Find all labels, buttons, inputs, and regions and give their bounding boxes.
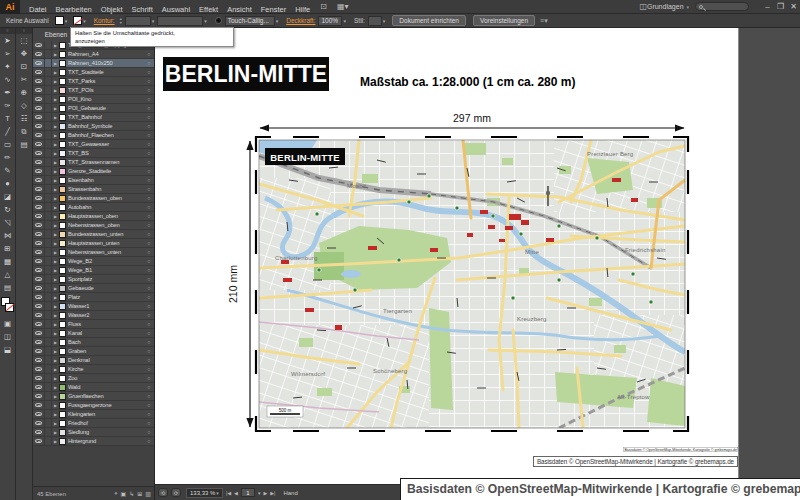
- target-circle-icon[interactable]: ○: [144, 222, 154, 228]
- lock-cell[interactable]: [45, 329, 52, 337]
- target-circle-icon[interactable]: ○: [144, 303, 154, 309]
- expand-triangle-icon[interactable]: ▶: [52, 97, 59, 102]
- target-circle-icon[interactable]: ○: [144, 78, 154, 84]
- layer-name[interactable]: Bach: [68, 339, 144, 345]
- visibility-toggle[interactable]: [33, 41, 45, 49]
- search-input[interactable]: [695, 2, 749, 11]
- expand-triangle-icon[interactable]: ▶: [52, 241, 59, 246]
- lock-cell[interactable]: [45, 194, 52, 202]
- last-artboard-icon[interactable]: ▶|: [270, 490, 275, 496]
- visibility-toggle[interactable]: [33, 77, 45, 85]
- expand-triangle-icon[interactable]: ▶: [52, 124, 59, 129]
- width-tool-icon[interactable]: ⋈: [0, 229, 15, 242]
- lock-cell[interactable]: [45, 437, 52, 445]
- style-swatch[interactable]: [368, 16, 382, 26]
- target-circle-icon[interactable]: ○: [144, 429, 154, 435]
- target-circle-icon[interactable]: ○: [144, 285, 154, 291]
- visibility-toggle[interactable]: [33, 86, 45, 94]
- expand-triangle-icon[interactable]: ▶: [52, 358, 59, 363]
- expand-triangle-icon[interactable]: ▶: [52, 376, 59, 381]
- rotate-tool-icon[interactable]: ↻: [0, 203, 15, 216]
- rectangle-tool-icon[interactable]: ▭: [0, 138, 15, 151]
- expand-triangle-icon[interactable]: ▶: [52, 70, 59, 75]
- screen-mode-icon[interactable]: ◫: [0, 330, 15, 343]
- expand-triangle-icon[interactable]: ▶: [52, 439, 59, 444]
- layer-name[interactable]: Siedlung: [68, 429, 144, 435]
- lock-cell[interactable]: [45, 347, 52, 355]
- document-canvas[interactable]: BERLIN-MITTE Maßstab ca. 1:28.000 (1 cm …: [155, 28, 800, 484]
- layer-row-Grenze_Stadtteile[interactable]: ▶Grenze_Stadtteile○: [33, 167, 154, 176]
- scale-tool-icon[interactable]: ◹: [0, 216, 15, 229]
- shaper-tool-icon[interactable]: ◇: [16, 99, 32, 112]
- expand-triangle-icon[interactable]: ▶: [52, 61, 59, 66]
- lock-cell[interactable]: [45, 230, 52, 238]
- target-circle-icon[interactable]: ○: [144, 357, 154, 363]
- target-circle-icon[interactable]: ○: [144, 213, 154, 219]
- add-anchor-tool-icon[interactable]: ⊕: [16, 86, 32, 99]
- expand-triangle-icon[interactable]: ▶: [52, 52, 59, 57]
- direct-selection-tool-icon[interactable]: ➢: [0, 47, 15, 60]
- lock-cell[interactable]: [45, 320, 52, 328]
- perspective-grid-tool-icon[interactable]: △: [0, 268, 15, 281]
- pencil-tool-icon[interactable]: ✎: [0, 164, 15, 177]
- next-artboard-icon[interactable]: ▶: [263, 490, 267, 496]
- visibility-toggle[interactable]: [33, 95, 45, 103]
- layer-name[interactable]: Wege_B1: [68, 267, 144, 273]
- visibility-toggle[interactable]: [33, 284, 45, 292]
- lock-cell[interactable]: [45, 158, 52, 166]
- target-circle-icon[interactable]: ○: [144, 195, 154, 201]
- layer-row-Wasser2[interactable]: ▶Wasser2○: [33, 311, 154, 320]
- type-tool-icon[interactable]: T: [0, 112, 15, 125]
- visibility-toggle[interactable]: [33, 122, 45, 130]
- close-button[interactable]: ✕: [787, 2, 800, 11]
- expand-triangle-icon[interactable]: ▶: [52, 223, 59, 228]
- layer-row-TXT_Stadtteile[interactable]: ▶TXT_Stadtteile○: [33, 68, 154, 77]
- opacity-field[interactable]: 100%: [318, 16, 342, 26]
- visibility-toggle[interactable]: [33, 140, 45, 148]
- layer-row-Wege_B1[interactable]: ▶Wege_B1○: [33, 266, 154, 275]
- expand-triangle-icon[interactable]: ▶: [52, 115, 59, 120]
- document-setup-button[interactable]: Dokument einrichten: [392, 15, 466, 26]
- lock-cell[interactable]: [45, 68, 52, 76]
- visibility-toggle[interactable]: [33, 230, 45, 238]
- expand-triangle-icon[interactable]: ▶: [52, 196, 59, 201]
- layer-name[interactable]: TXT_Parks: [68, 78, 144, 84]
- layer-name[interactable]: Nebenstrassen_oben: [68, 222, 144, 228]
- layer-name[interactable]: Kirche: [68, 366, 144, 372]
- chevron-down-icon[interactable]: ▾: [258, 490, 261, 496]
- layer-name[interactable]: Platz: [68, 294, 144, 300]
- layer-name[interactable]: TXT_Strassennamen: [68, 159, 144, 165]
- fill-color-swatch[interactable]: [55, 16, 64, 25]
- layer-row-Nebenstrassen_unten[interactable]: ▶Nebenstrassen_unten○: [33, 248, 154, 257]
- lasso-tool-icon[interactable]: ∿: [0, 73, 15, 86]
- layer-row-Bach[interactable]: ▶Bach○: [33, 338, 154, 347]
- make-clipping-mask-icon[interactable]: ▣: [121, 490, 127, 497]
- layer-row-TXT_Gewaesser[interactable]: ▶TXT_Gewaesser○: [33, 140, 154, 149]
- target-circle-icon[interactable]: ○: [144, 168, 154, 174]
- layer-row-POI_Gebaeude[interactable]: ▶POI_Gebaeude○: [33, 104, 154, 113]
- layer-row-Rahmen_410x250[interactable]: ▶Rahmen_410x250○: [33, 59, 154, 68]
- bridge-icon[interactable]: ⊡: [320, 2, 327, 11]
- layer-name[interactable]: Gruenflaechen: [68, 393, 144, 399]
- layer-row-Bahnhof_Symbole[interactable]: ▶Bahnhof_Symbole○: [33, 122, 154, 131]
- blob-brush-tool-icon[interactable]: ●: [0, 177, 15, 190]
- expand-triangle-icon[interactable]: ▶: [52, 394, 59, 399]
- target-circle-icon[interactable]: ○: [144, 60, 154, 66]
- expand-triangle-icon[interactable]: ▶: [52, 88, 59, 93]
- brush-dropdown[interactable]: Touch-Callig...: [225, 16, 275, 26]
- expand-triangle-icon[interactable]: ▶: [52, 250, 59, 255]
- visibility-toggle[interactable]: [33, 347, 45, 355]
- visibility-toggle[interactable]: [33, 221, 45, 229]
- visibility-toggle[interactable]: [33, 311, 45, 319]
- lock-cell[interactable]: [45, 50, 52, 58]
- layer-row-Platz[interactable]: ▶Platz○: [33, 293, 154, 302]
- visibility-toggle[interactable]: [33, 50, 45, 58]
- layer-row-Gebaeude[interactable]: ▶Gebaeude○: [33, 284, 154, 293]
- target-circle-icon[interactable]: ○: [144, 114, 154, 120]
- visibility-toggle[interactable]: [33, 329, 45, 337]
- lock-cell[interactable]: [45, 95, 52, 103]
- visibility-toggle[interactable]: [33, 410, 45, 418]
- layer-row-Kanal[interactable]: ▶Kanal○: [33, 329, 154, 338]
- expand-triangle-icon[interactable]: ▶: [52, 313, 59, 318]
- target-circle-icon[interactable]: ○: [144, 177, 154, 183]
